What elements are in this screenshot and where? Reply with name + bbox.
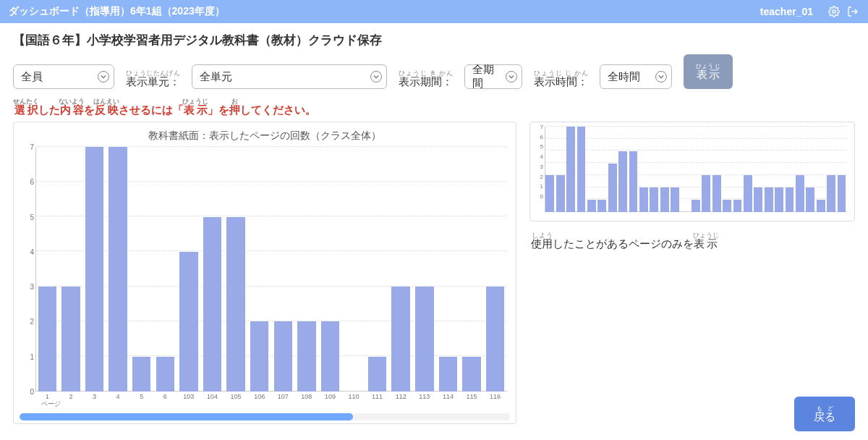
main-chart[interactable]: 01234567 1234561031041051061071081091101… bbox=[20, 147, 510, 412]
app-header: ダッシュボード（指導用）6年1組（2023年度） teacher_01 bbox=[0, 0, 868, 23]
bar[interactable] bbox=[321, 321, 339, 392]
bar[interactable] bbox=[391, 287, 409, 392]
chart-scrollbar[interactable] bbox=[20, 413, 510, 420]
period-select-value: 全期間 bbox=[472, 63, 501, 90]
bar[interactable] bbox=[486, 287, 504, 392]
bar[interactable] bbox=[226, 217, 244, 392]
unit-select[interactable]: 全単元 bbox=[192, 64, 387, 89]
svg-point-0 bbox=[833, 10, 835, 13]
overview-note: 使用しようしたことがあるページのみを表示ひょうじ bbox=[531, 232, 855, 251]
chevron-down-icon bbox=[655, 71, 667, 82]
member-select[interactable]: 全員 bbox=[13, 64, 114, 89]
logout-icon[interactable] bbox=[846, 5, 859, 18]
bar[interactable] bbox=[415, 287, 433, 392]
chevron-down-icon bbox=[98, 71, 109, 82]
bar[interactable] bbox=[250, 321, 268, 392]
page-title: 【国語６年】小学校学習者用デジタル教科書（教材）クラウド保存 bbox=[13, 32, 855, 48]
period-select[interactable]: 全期間 bbox=[464, 64, 522, 89]
bar[interactable] bbox=[61, 287, 80, 392]
unit-select-value: 全単元 bbox=[200, 70, 232, 84]
member-select-value: 全員 bbox=[21, 70, 43, 84]
bar[interactable] bbox=[297, 321, 315, 392]
bar[interactable] bbox=[439, 357, 457, 392]
bar[interactable] bbox=[38, 287, 56, 392]
bar[interactable] bbox=[156, 357, 174, 392]
current-user: teacher_01 bbox=[760, 6, 813, 17]
chevron-down-icon bbox=[370, 71, 382, 82]
app-title: ダッシュボード（指導用）6年1組（2023年度） bbox=[9, 5, 760, 18]
bar[interactable] bbox=[85, 147, 103, 392]
chart-title: 教科書紙面：表示したページの回数（クラス全体） bbox=[14, 130, 516, 143]
bar[interactable] bbox=[203, 217, 221, 392]
back-button[interactable]: 戻るもど bbox=[794, 397, 855, 431]
chevron-down-icon bbox=[506, 71, 517, 82]
x-axis-label: ページ bbox=[41, 399, 61, 409]
time-label: 表示時間：ひょうじ じ かん bbox=[534, 69, 588, 89]
overview-chart-panel[interactable]: 01234567 bbox=[529, 122, 855, 221]
bar[interactable] bbox=[462, 357, 480, 392]
bar[interactable] bbox=[179, 252, 197, 392]
time-select-value: 全時間 bbox=[608, 70, 640, 84]
time-select[interactable]: 全時間 bbox=[600, 64, 672, 89]
main-chart-panel: 教科書紙面：表示したページの回数（クラス全体） 01234567 1234561… bbox=[13, 122, 516, 424]
settings-icon[interactable] bbox=[827, 5, 841, 18]
instruction-text: 選択せんたくした内容ないようを反映はんえいさせるには「表示ひょうじ」を押おしてく… bbox=[13, 98, 855, 117]
filter-row: 全員 表示単元：ひょうじたんげん 全単元 表示期間：ひょうじ き かん 全期間 … bbox=[13, 54, 855, 89]
show-button[interactable]: 表示ひょう じ bbox=[684, 54, 733, 89]
bar[interactable] bbox=[109, 147, 127, 392]
bar[interactable] bbox=[368, 357, 386, 392]
bar[interactable] bbox=[274, 321, 292, 392]
unit-label: 表示単元：ひょうじたんげん bbox=[126, 69, 180, 89]
bar[interactable] bbox=[132, 357, 150, 392]
period-label: 表示期間：ひょうじ き かん bbox=[399, 69, 453, 89]
